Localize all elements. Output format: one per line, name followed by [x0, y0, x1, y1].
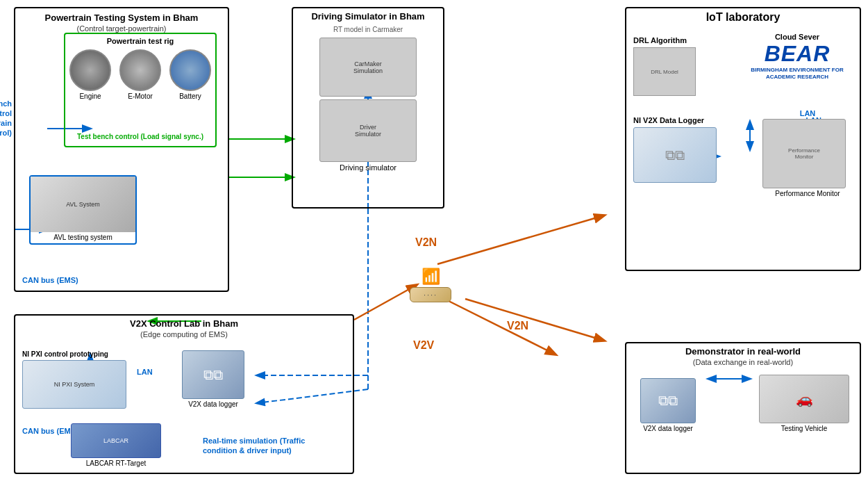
lan-label-2: LAN: [762, 109, 853, 117]
v2x-subtitle: (Edge computing of EMS): [18, 330, 350, 339]
iot-panel: IoT laboratory DRL Algorithm DRL Model C…: [625, 7, 861, 271]
svg-line-11: [354, 285, 417, 320]
driving-sim-image: DriverSimulator: [319, 99, 417, 162]
router-wifi: 📶 ····: [410, 268, 451, 302]
v2v-label: V2V: [413, 339, 434, 352]
rt-model-label: RT model in Carmaker: [293, 24, 443, 35]
svg-line-9: [465, 299, 604, 341]
demonstrator-title: Demonstrator in real-world: [629, 346, 857, 357]
bear-logo: BEAR: [742, 41, 853, 67]
driving-panel: Driving Simulator in Bham RT model in Ca…: [292, 7, 444, 209]
emotor-circle: [119, 49, 161, 91]
v2x-logger-label: V2X data logger: [182, 400, 244, 408]
ni-v2x-box: ⧉⧉: [633, 127, 717, 183]
driving-sim-label: Driving simulator: [293, 163, 443, 174]
powertrain-subtitle: (Control target-powertrain): [18, 24, 225, 33]
engine-label: Engine: [69, 92, 111, 100]
v2x-panel: V2X Control Lab in Bham (Edge computing …: [14, 314, 354, 474]
v2n-label-lower: V2N: [507, 320, 528, 332]
demonstrator-subtitle: (Data exchange in real-world): [629, 358, 857, 366]
test-bench-control-left: Test bench control (powertrain control): [0, 99, 12, 137]
driving-title: Driving Simulator in Bham: [296, 11, 440, 22]
labcar-box: LABCAR: [71, 423, 161, 458]
demo-v2x-logger-label: V2X data logger: [640, 425, 696, 432]
bear-subtitle: BIRMINGHAM ENVIRONMENT FOR ACADEMIC RESE…: [742, 67, 853, 80]
engine-circle: [69, 49, 111, 91]
drl-label: DRL Algorithm: [633, 36, 696, 44]
realtime-sim-label: Real-time simulation (Traffic condition …: [203, 437, 305, 455]
labcar-label: LABCAR RT-Target: [71, 459, 161, 467]
vehicle-box: 🚗: [759, 375, 849, 423]
iot-title: IoT laboratory: [629, 11, 857, 24]
svg-line-8: [437, 215, 604, 264]
cloud-label: Cloud Sever: [742, 33, 853, 41]
demonstrator-panel: Demonstrator in real-world (Data exchang…: [625, 342, 861, 474]
drl-image: DRL Model: [633, 47, 696, 96]
avl-label: AVL testing system: [31, 234, 135, 241]
avl-box: AVL System: [31, 177, 135, 232]
ni-v2x-label: NI V2X Data Logger: [633, 116, 717, 124]
performance-monitor-label: Performance Monitor: [762, 190, 853, 197]
v2n-label-upper: V2N: [415, 236, 437, 249]
performance-monitor-image: PerformanceMonitor: [762, 119, 846, 188]
v2x-title: V2X Control Lab in Bham: [18, 318, 350, 329]
powertrain-rig-label: Powertrain test rig: [65, 37, 215, 45]
powertrain-panel: Powertrain Testing System in Bham (Contr…: [14, 7, 229, 292]
carmaker-image: CarMakerSimulation: [319, 38, 417, 97]
battery-circle: [169, 49, 211, 91]
test-bench-sync-label: Test bench control (Load signal sync.): [68, 133, 212, 140]
demo-v2x-logger-box: ⧉⧉: [640, 378, 696, 423]
svg-line-10: [444, 299, 556, 354]
ni-pxi-box: NI PXI System: [22, 360, 126, 409]
can-bus-v2x-label: CAN bus (EMS): [22, 427, 78, 435]
powertrain-title: Powertrain Testing System in Bham: [18, 13, 225, 23]
battery-label: Battery: [169, 92, 211, 100]
v2x-lan-label: LAN: [137, 368, 153, 376]
vehicle-label: Testing Vehicle: [759, 425, 849, 432]
can-bus-ems-label: CAN bus (EMS): [22, 275, 78, 285]
router-box: ····: [410, 287, 451, 302]
ni-pxi-label: NI PXI control prototyping: [22, 350, 126, 358]
v2x-logger-box: ⧉⧉: [182, 350, 244, 399]
emotor-label: E-Motor: [119, 92, 161, 100]
